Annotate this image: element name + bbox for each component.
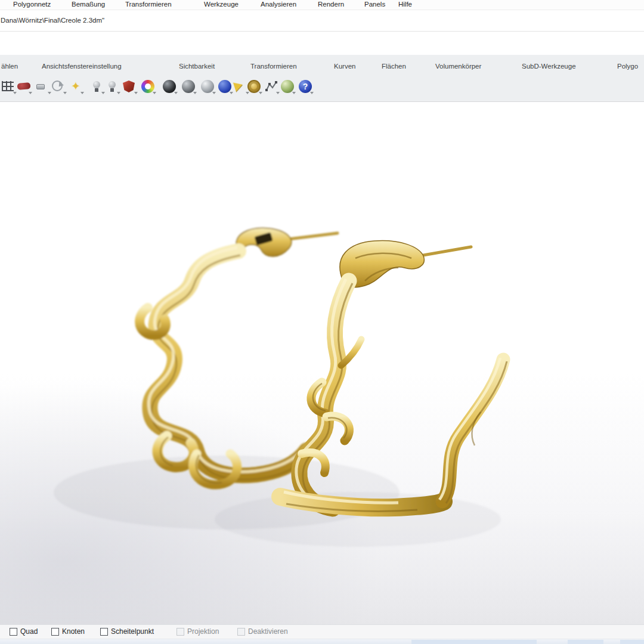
tab-kurven[interactable]: Kurven (334, 63, 355, 70)
command-history-line: Dana\Wörnitz\Final\Creole 2.3dm" (1, 17, 104, 24)
tab-auswaehlen[interactable]: ählen (1, 63, 18, 70)
scheitelpunkt-checkbox-label: Scheitelpunkt (111, 627, 154, 636)
status-strip-segment (411, 640, 537, 644)
tab-volumenkoerper[interactable]: Volumenkörper (435, 63, 481, 70)
blue-sphere-material-icon[interactable] (218, 79, 233, 95)
polyline-glyph (265, 80, 278, 93)
menu-bar: r Polygonnetz Bemaßung Transformieren We… (0, 0, 644, 10)
checkbox-knoten[interactable]: Knoten (51, 627, 85, 636)
render-viewport[interactable] (0, 102, 644, 624)
black-sphere-material-icon[interactable] (162, 79, 178, 95)
quad-checkbox-box[interactable] (10, 628, 17, 636)
menu-item-panels[interactable]: Panels (364, 1, 385, 8)
projektion-checkbox-label: Projektion (187, 627, 219, 636)
small-widget-icon[interactable] (36, 79, 51, 95)
tab-polygonnetz[interactable]: Polygo (617, 63, 638, 70)
tab-ansichtsfenstereinstellung[interactable]: Ansichtsfenstereinstellung (42, 63, 122, 70)
menu-item-transformieren[interactable]: Transformieren (125, 1, 172, 8)
help-sphere-icon[interactable]: ? (298, 79, 314, 95)
tab-transformieren[interactable]: Transformieren (250, 63, 297, 70)
rhino-window: r Polygonnetz Bemaßung Transformieren We… (0, 0, 644, 644)
tab-flaechen[interactable]: Flächen (382, 63, 406, 70)
menu-item-werkzeuge[interactable]: Werkzeuge (204, 1, 239, 8)
deaktivieren-checkbox-box (237, 628, 245, 636)
knoten-checkbox-box[interactable] (51, 628, 59, 636)
menu-item-analysieren[interactable]: Analysieren (261, 1, 296, 8)
checkbox-deaktivieren: Deaktivieren (237, 627, 288, 636)
quad-checkbox-label: Quad (20, 627, 38, 636)
gold-earrings-render (0, 102, 644, 624)
menu-item-hilfe[interactable]: Hilfe (398, 1, 412, 8)
menu-item-bemassung[interactable]: Bemaßung (72, 1, 105, 8)
command-input-area[interactable] (0, 32, 644, 55)
shield-material-icon[interactable] (122, 79, 138, 95)
menu-item-rendern[interactable]: Rendern (318, 1, 344, 8)
scheitelpunkt-checkbox-box[interactable] (100, 628, 108, 636)
polyline-icon[interactable] (264, 79, 280, 95)
status-strip-segment (620, 640, 644, 644)
lamp-icon[interactable] (105, 79, 120, 95)
ribbon: ählen Ansichtsfenstereinstellung Sichtba… (0, 55, 644, 102)
sparkle-render-icon[interactable]: ✦ (69, 79, 84, 95)
tab-sichtbarkeit[interactable]: Sichtbarkeit (179, 63, 215, 70)
status-strip (0, 639, 644, 644)
projektion-checkbox-box (177, 628, 184, 636)
render-toolbar: ✦ ? (0, 78, 644, 98)
checkbox-quad[interactable]: Quad (10, 627, 38, 636)
snap-bar: Quad Knoten Scheitelpunkt Projektion Dea… (0, 624, 644, 639)
gray-sphere-material-icon[interactable] (200, 79, 216, 95)
rotate-view-icon[interactable] (51, 79, 67, 95)
knoten-checkbox-label: Knoten (62, 627, 85, 636)
mesh-grid-icon[interactable] (1, 79, 17, 95)
green-globe-environment-icon[interactable] (280, 79, 296, 95)
command-history: Dana\Wörnitz\Final\Creole 2.3dm" (0, 10, 644, 32)
red-eraser-icon[interactable] (17, 79, 32, 95)
tab-subd-werkzeuge[interactable]: SubD-Werkzeuge (522, 63, 576, 70)
deaktivieren-checkbox-label: Deaktivieren (248, 627, 288, 636)
checkbox-scheitelpunkt[interactable]: Scheitelpunkt (100, 627, 154, 636)
dark-sphere-material-icon[interactable] (181, 79, 197, 95)
gold-ring-material-icon[interactable] (247, 79, 262, 95)
menu-item-polygonnetz[interactable]: Polygonnetz (13, 1, 51, 8)
color-wheel-icon[interactable] (141, 79, 156, 95)
lightbulb-icon[interactable] (89, 79, 105, 95)
status-strip-segment (568, 640, 603, 644)
checkbox-projektion: Projektion (177, 627, 219, 636)
